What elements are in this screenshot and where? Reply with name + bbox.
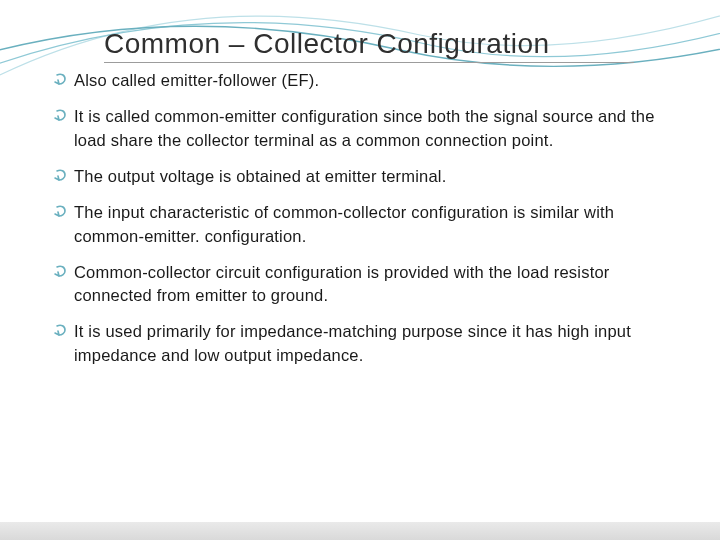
swirl-bullet-icon bbox=[54, 72, 70, 88]
slide-content: Common – Collector Configuration Also ca… bbox=[0, 0, 720, 368]
bullet-text: Also called emitter-follower (EF). bbox=[74, 71, 319, 89]
bullet-text: It is used primarily for impedance-match… bbox=[74, 322, 631, 364]
bullet-item: Also called emitter-follower (EF). bbox=[54, 69, 666, 93]
swirl-bullet-icon bbox=[54, 168, 70, 184]
swirl-bullet-icon bbox=[54, 323, 70, 339]
bullet-item: Common-collector circuit configuration i… bbox=[54, 261, 666, 309]
bottom-band bbox=[0, 522, 720, 540]
swirl-bullet-icon bbox=[54, 108, 70, 124]
swirl-bullet-icon bbox=[54, 204, 70, 220]
bullet-item: The input characteristic of common-colle… bbox=[54, 201, 666, 249]
bullet-text: Common-collector circuit configuration i… bbox=[74, 263, 610, 305]
slide-title: Common – Collector Configuration bbox=[104, 28, 634, 63]
bullet-list: Also called emitter-follower (EF).It is … bbox=[54, 69, 666, 368]
bullet-text: It is called common-emitter configuratio… bbox=[74, 107, 655, 149]
bullet-item: It is called common-emitter configuratio… bbox=[54, 105, 666, 153]
bullet-text: The output voltage is obtained at emitte… bbox=[74, 167, 446, 185]
bullet-text: The input characteristic of common-colle… bbox=[74, 203, 614, 245]
swirl-bullet-icon bbox=[54, 264, 70, 280]
bullet-item: The output voltage is obtained at emitte… bbox=[54, 165, 666, 189]
bullet-item: It is used primarily for impedance-match… bbox=[54, 320, 666, 368]
